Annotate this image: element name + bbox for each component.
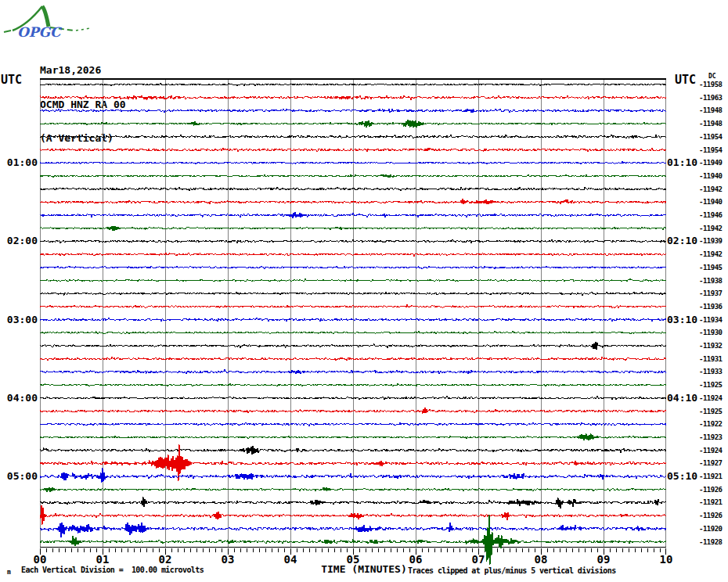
dc-offset-value: -11931 [699, 355, 728, 363]
utc-label-left: UTC [1, 73, 22, 87]
dc-offset-value: -11927 [699, 459, 728, 467]
x-tick-label-07: 07 [469, 553, 488, 566]
utc-hour-label-right-03:10: 03:10 [667, 314, 701, 325]
dc-offset-value: -11963 [699, 94, 728, 102]
dc-offset-value: -11920 [699, 525, 728, 533]
dc-offset-value: -11940 [699, 198, 728, 206]
helicorder-plot [40, 78, 666, 548]
x-tick-label-09: 09 [594, 553, 613, 566]
x-tick-label-06: 06 [406, 553, 425, 566]
x-tick-label-03: 03 [218, 553, 237, 566]
dc-offset-value: -11946 [699, 211, 728, 219]
dc-offset-value: -11948 [699, 120, 728, 128]
dc-offset-value: -11925 [699, 381, 728, 389]
dc-offset-value: -11936 [699, 303, 728, 311]
dc-superscript: DC [708, 73, 716, 80]
dc-offset-value: -11926 [699, 486, 728, 494]
dc-offset-value: -11933 [699, 368, 728, 375]
utc-hour-label-left-01:00: 01:00 [3, 156, 38, 167]
observatory-logo: OPGC [2, 2, 96, 42]
clip-note: Traces clipped at plus/minus 5 vertical … [408, 566, 616, 575]
trace-canvas [40, 78, 666, 548]
dc-offset-value: -11934 [699, 316, 728, 324]
dc-offset-value: -11945 [699, 264, 728, 271]
dc-offset-value: -11926 [699, 512, 728, 519]
dc-offset-value: -11924 [699, 394, 728, 402]
utc-hour-label-right-01:10: 01:10 [667, 156, 701, 167]
header-date: Mar18,2026 [40, 65, 126, 77]
scale-note: Each Vertical Division = 100.00 microvol… [21, 566, 204, 574]
dc-offset-value: -11930 [699, 329, 728, 336]
webicorder-screen: OPGC Mar18,2026 OCMD HNZ RA 00 (A Vertic… [0, 0, 728, 582]
x-tick-label-00: 00 [31, 553, 49, 566]
x-tick-label-08: 08 [532, 553, 550, 566]
x-tick-label-02: 02 [156, 553, 175, 566]
x-axis-title: TIME (MINUTES) [317, 563, 411, 575]
dc-offset-value: -11948 [699, 106, 728, 114]
utc-hour-label-right-05:10: 05:10 [667, 470, 701, 481]
dc-offset-value: -11921 [699, 472, 728, 480]
dc-offset-value: -11940 [699, 172, 728, 180]
dc-offset-value: -11937 [699, 289, 728, 297]
dc-offset-value: -11942 [699, 250, 728, 258]
utc-hour-label-right-02:10: 02:10 [667, 235, 701, 246]
utc-label-right: UTC [675, 73, 696, 87]
x-tick-label-04: 04 [281, 553, 300, 566]
dc-offset-value: -11924 [699, 447, 728, 454]
dc-offset-value: -11922 [699, 420, 728, 428]
x-tick-label-05: 05 [344, 553, 362, 566]
dc-offset-value: -11932 [699, 342, 728, 350]
logo-text: OPGC [17, 24, 63, 40]
dc-offset-value: -11949 [699, 159, 728, 167]
x-tick-label-10: 10 [657, 553, 676, 566]
dc-offset-value: -11921 [699, 498, 728, 506]
logo-dots-right [76, 28, 91, 31]
utc-hour-label-left-03:00: 03:00 [3, 314, 38, 325]
dc-offset-value: -11958 [699, 81, 728, 88]
x-tick-label-01: 01 [93, 553, 112, 566]
utc-hour-label-right-04:10: 04:10 [667, 392, 701, 403]
dc-offset-value: -11925 [699, 408, 728, 415]
micro-glyph: m [7, 569, 11, 576]
dc-offset-value: -11954 [699, 133, 728, 141]
dc-offset-value: -11939 [699, 237, 728, 245]
utc-hour-label-left-05:00: 05:00 [3, 470, 38, 481]
dc-offset-value: -11942 [699, 225, 728, 232]
dc-offset-value: -11954 [699, 146, 728, 154]
utc-hour-label-left-02:00: 02:00 [3, 235, 38, 246]
utc-hour-label-left-04:00: 04:00 [3, 392, 38, 403]
dc-offset-value: -11923 [699, 433, 728, 441]
dc-offset-value: -11938 [699, 277, 728, 285]
logo-dash-left [4, 31, 11, 32]
dc-offset-value: -11942 [699, 185, 728, 193]
dc-offset-value: -11928 [699, 538, 728, 546]
